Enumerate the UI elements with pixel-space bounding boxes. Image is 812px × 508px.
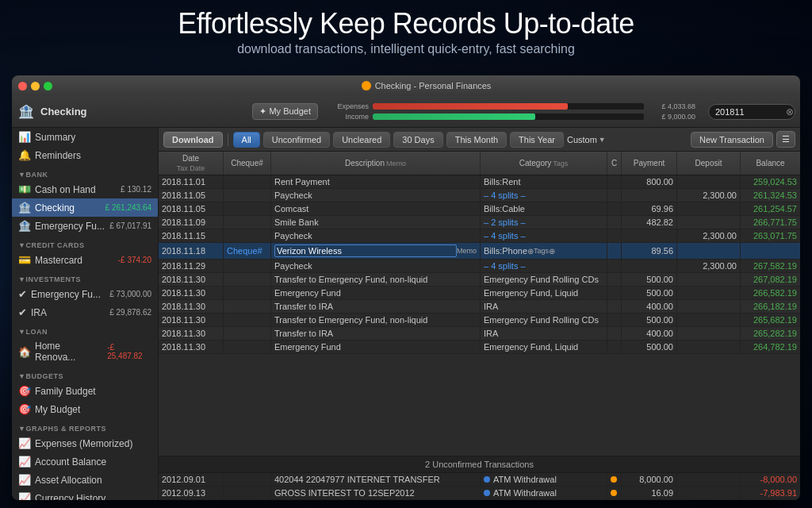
dot-orange bbox=[611, 490, 617, 496]
cell-date: 2018.11.18 bbox=[159, 243, 224, 259]
budget-button[interactable]: ✦ My Budget bbox=[252, 103, 318, 120]
sidebar-label-checking: Checking bbox=[35, 202, 75, 214]
columns-button[interactable]: ☰ bbox=[776, 131, 795, 148]
unconfirmed-rows: 2012.09.01 402044 22047977 INTERNET TRAN… bbox=[159, 473, 800, 500]
cell-description: Rent Payment bbox=[271, 175, 481, 188]
emerg-invest-icon: ✔ bbox=[18, 288, 27, 300]
filter-30days-button[interactable]: 30 Days bbox=[393, 132, 442, 148]
th-balance[interactable]: Balance bbox=[741, 152, 800, 175]
cell-deposit bbox=[677, 273, 741, 286]
table-row[interactable]: 2018.11.30 Transfer to IRA IRA 400.00 26… bbox=[159, 300, 800, 314]
cell-balance: 259,024.53 bbox=[741, 175, 800, 188]
download-button[interactable]: Download bbox=[163, 132, 223, 148]
cell-payment bbox=[622, 189, 677, 202]
cell-description: Transfer to IRA bbox=[271, 300, 481, 313]
th-cheque[interactable]: Cheque# bbox=[224, 152, 271, 175]
filter-thismonth-button[interactable]: This Month bbox=[446, 132, 507, 148]
description-input[interactable] bbox=[274, 244, 457, 257]
table-row[interactable]: 2018.11.30 Transfer to IRA IRA 400.00 26… bbox=[159, 327, 800, 341]
custom-dropdown[interactable]: Custom ▼ bbox=[567, 135, 606, 144]
unconfirmed-table-row[interactable]: 2012.09.01 402044 22047977 INTERNET TRAN… bbox=[159, 473, 800, 487]
table-row[interactable]: 2018.11.30 Transfer to Emergency Fund, n… bbox=[159, 273, 800, 287]
sidebar-item-checking[interactable]: 🏦 Checking £ 261,243.64 bbox=[12, 198, 158, 217]
cell-cheque bbox=[224, 229, 271, 242]
minimize-button[interactable] bbox=[31, 82, 40, 90]
sidebar-item-mastercard[interactable]: 💳 Mastercard -£ 374.20 bbox=[12, 251, 158, 269]
maximize-button[interactable] bbox=[44, 82, 52, 90]
cell-date: 2018.11.30 bbox=[159, 327, 224, 340]
th-date[interactable]: Date Tax Date bbox=[159, 152, 224, 175]
family-budget-icon: 🎯 bbox=[18, 385, 31, 397]
sidebar-item-cash[interactable]: 💵 Cash on Hand £ 130.12 bbox=[12, 180, 158, 198]
cell-c bbox=[607, 287, 622, 299]
cell-c bbox=[607, 202, 622, 215]
sidebar-label-emerg-invest: Emergency Fu... bbox=[31, 289, 101, 300]
sidebar-item-emerg-invest[interactable]: ✔ Emergency Fu... £ 73,000.00 bbox=[12, 285, 158, 303]
table-row[interactable]: 2018.11.18 Cheque# Memo Bills:Phone ⊕ Ta… bbox=[159, 243, 800, 260]
sidebar-label-family-budget: Family Budget bbox=[35, 386, 96, 397]
th-c[interactable]: C bbox=[607, 152, 622, 175]
unconfirmed-cell-deposit bbox=[677, 473, 741, 486]
new-transaction-button[interactable]: New Transaction bbox=[691, 132, 773, 148]
cell-deposit bbox=[677, 175, 741, 188]
cell-c bbox=[607, 175, 622, 188]
expenses-track bbox=[373, 103, 644, 110]
table-row[interactable]: 2018.11.05 Paycheck – 4 splits – 2,300.0… bbox=[159, 189, 800, 202]
table-row[interactable]: 2018.11.30 Emergency Fund Emergency Fund… bbox=[159, 341, 800, 354]
cell-cheque bbox=[224, 216, 271, 229]
unconfirmed-cell-description: 402044 22047977 INTERNET TRANSFER bbox=[271, 473, 481, 486]
sidebar-item-emergency-bank[interactable]: 🏦 Emergency Fu... £ 67,017.91 bbox=[12, 217, 158, 235]
cell-description: Paycheck bbox=[271, 229, 481, 242]
close-button[interactable] bbox=[18, 82, 27, 90]
sidebar-item-ira[interactable]: ✔ IRA £ 29,878.62 bbox=[12, 303, 158, 321]
filter-uncleared-button[interactable]: Uncleared bbox=[333, 132, 390, 148]
sidebar-item-summary[interactable]: 📊 Summary bbox=[12, 128, 158, 146]
search-input[interactable] bbox=[708, 104, 795, 120]
table-row[interactable]: 2018.11.30 Transfer to Emergency Fund, n… bbox=[159, 314, 800, 327]
checking-icon: 🏦 bbox=[18, 202, 31, 214]
cell-description[interactable]: Memo bbox=[271, 243, 481, 259]
table-row[interactable]: 2018.11.30 Emergency Fund Emergency Fund… bbox=[159, 287, 800, 300]
sidebar-header-reports: ▼GRAPHS & REPORTS bbox=[12, 418, 158, 434]
sidebar-item-asset-alloc[interactable]: 📈 Asset Allocation bbox=[12, 471, 158, 489]
expenses-fill bbox=[373, 103, 568, 110]
cell-cheque[interactable]: Cheque# bbox=[224, 243, 271, 259]
sidebar-item-reminders[interactable]: 🔔 Reminders bbox=[12, 146, 158, 164]
sidebar-item-account-balance[interactable]: 📈 Account Balance bbox=[12, 452, 158, 471]
unconfirmed-cell-c bbox=[607, 487, 622, 499]
filter-unconfirmed-button[interactable]: Unconfirmed bbox=[263, 132, 330, 148]
cell-payment: 500.00 bbox=[622, 314, 677, 326]
emergency-bank-amount: £ 67,017.91 bbox=[109, 221, 151, 230]
window-icon bbox=[362, 81, 371, 90]
sidebar-item-family-budget[interactable]: 🎯 Family Budget bbox=[12, 382, 158, 400]
search-icon: ⊗ bbox=[786, 106, 794, 117]
unconfirmed-table-row[interactable]: 2012.09.13 GROSS INTEREST TO 12SEP2012 A… bbox=[159, 487, 800, 500]
table-row[interactable]: 2018.11.05 Comcast Bills:Cable 69.96 261… bbox=[159, 202, 800, 216]
table-row[interactable]: 2018.11.09 Smile Bank – 2 splits – 482.8… bbox=[159, 216, 800, 229]
cell-category[interactable]: Bills:Phone ⊕ Tags ⊕ bbox=[481, 243, 607, 259]
account-name: Checking bbox=[40, 106, 87, 117]
custom-dropdown-arrow[interactable]: ▼ bbox=[599, 136, 606, 144]
cell-date: 2018.11.30 bbox=[159, 300, 224, 313]
table-row[interactable]: 2018.11.01 Rent Payment Bills:Rent 800.0… bbox=[159, 175, 800, 189]
table-row[interactable]: 2018.11.29 Paycheck – 4 splits – 2,300.0… bbox=[159, 260, 800, 273]
cell-cheque bbox=[224, 300, 271, 313]
filter-thisyear-button[interactable]: This Year bbox=[510, 132, 564, 148]
cell-deposit: 2,300.00 bbox=[677, 229, 741, 242]
currency-hist-icon: 📈 bbox=[18, 492, 31, 500]
table-header: Date Tax Date Cheque# Description Memo C… bbox=[159, 152, 800, 175]
cell-deposit: 2,300.00 bbox=[677, 260, 741, 272]
filter-all-button[interactable]: All bbox=[233, 132, 260, 148]
sidebar-label-expenses-mem: Expenses (Memorized) bbox=[35, 438, 132, 449]
cell-payment: 500.00 bbox=[622, 341, 677, 353]
sidebar-item-my-budget[interactable]: 🎯 My Budget bbox=[12, 400, 158, 418]
table-row[interactable]: 2018.11.15 Paycheck – 4 splits – 2,300.0… bbox=[159, 229, 800, 243]
dot-blue bbox=[484, 490, 490, 496]
unconfirmed-cell-cheque bbox=[224, 473, 271, 486]
sidebar-item-expenses-mem[interactable]: 📈 Expenses (Memorized) bbox=[12, 434, 158, 452]
cell-balance: 265,682.19 bbox=[741, 314, 800, 326]
cell-payment: 482.82 bbox=[622, 216, 677, 229]
sidebar-item-home-loan[interactable]: 🏠 Home Renova... -£ 25,487.82 bbox=[12, 337, 158, 366]
unconfirmed-cell-cheque bbox=[224, 487, 271, 499]
sidebar-item-currency-hist[interactable]: 📈 Currency History bbox=[12, 489, 158, 500]
